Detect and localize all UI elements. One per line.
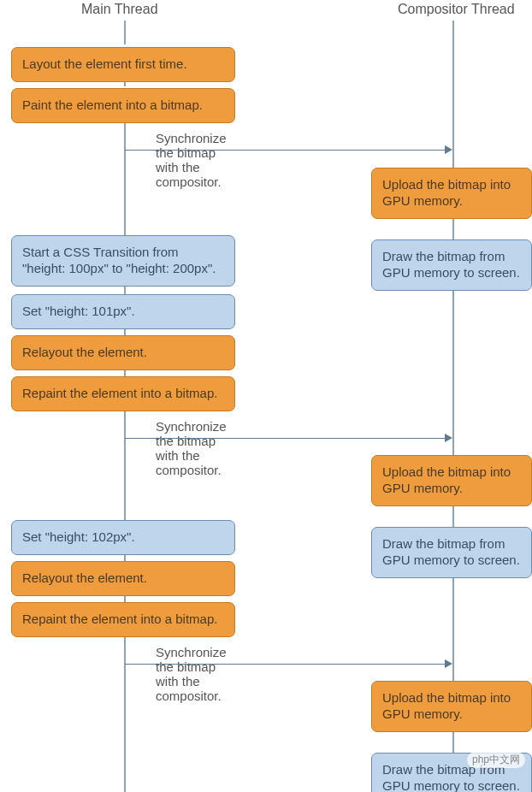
compositor-lifeline xyxy=(452,730,454,753)
sync-label: Synchronize the bitmap with the composit… xyxy=(156,645,227,703)
step-repaint-1: Repaint the element into a bitmap. xyxy=(11,376,235,411)
step-start-transition: Start a CSS Transition from "height: 100… xyxy=(11,235,235,287)
step-upload-gpu-1: Upload the bitmap into GPU memory. xyxy=(371,168,532,219)
arrowhead-icon xyxy=(445,659,452,668)
main-thread-title: Main Thread xyxy=(81,2,158,17)
main-lifeline xyxy=(124,21,126,44)
step-paint-bitmap: Paint the element into a bitmap. xyxy=(11,88,235,123)
step-relayout-1: Relayout the element. xyxy=(11,335,235,370)
sync-arrow-line xyxy=(125,664,445,665)
sequence-diagram: Main Thread Compositor Thread Layout the… xyxy=(0,0,532,792)
step-layout-first: Layout the element first time. xyxy=(11,47,235,82)
arrowhead-icon xyxy=(445,145,452,154)
step-set-102: Set "height: 102px". xyxy=(11,520,235,555)
arrowhead-icon xyxy=(445,434,452,442)
step-upload-gpu-2: Upload the bitmap into GPU memory. xyxy=(371,455,532,506)
sync-arrow-line xyxy=(125,150,445,151)
watermark: php中文网 xyxy=(467,752,525,768)
sync-label: Synchronize the bitmap with the composit… xyxy=(156,419,227,477)
main-lifeline xyxy=(124,121,126,235)
compositor-thread-title: Compositor Thread xyxy=(398,2,515,17)
compositor-lifeline xyxy=(452,289,454,455)
sync-label: Synchronize the bitmap with the composit… xyxy=(156,131,227,189)
step-relayout-2: Relayout the element. xyxy=(11,561,235,596)
compositor-lifeline xyxy=(452,21,454,168)
step-draw-gpu-2: Draw the bitmap from GPU memory to scree… xyxy=(371,527,532,578)
step-repaint-2: Repaint the element into a bitmap. xyxy=(11,602,235,637)
compositor-lifeline xyxy=(452,576,454,681)
sync-arrow-line xyxy=(125,438,445,439)
step-upload-gpu-3: Upload the bitmap into GPU memory. xyxy=(371,681,532,732)
compositor-lifeline xyxy=(452,217,454,239)
step-draw-gpu-1: Draw the bitmap from GPU memory to scree… xyxy=(371,239,532,291)
main-lifeline xyxy=(124,409,126,520)
main-lifeline xyxy=(124,635,126,792)
step-set-101: Set "height: 101px". xyxy=(11,294,235,329)
compositor-lifeline xyxy=(452,504,454,528)
